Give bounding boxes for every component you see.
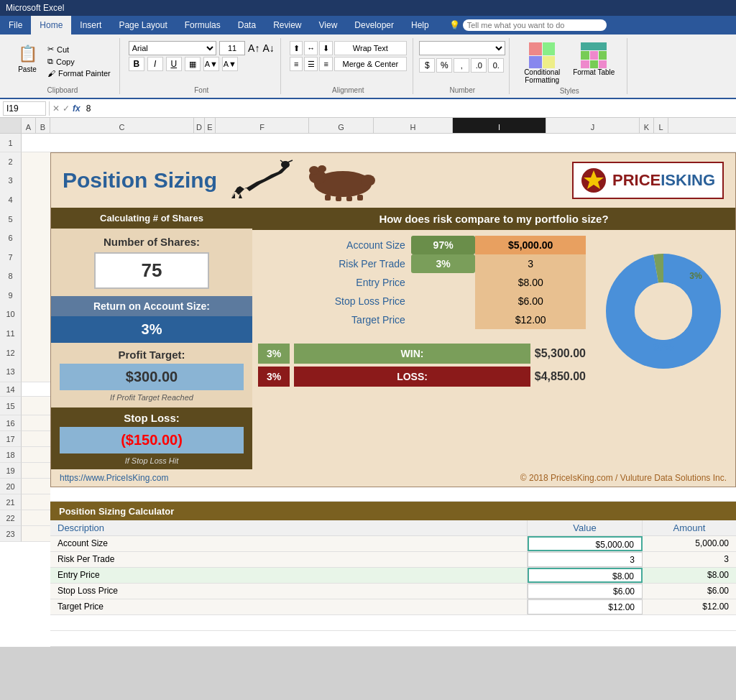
align-top-button[interactable]: ⬆ bbox=[290, 41, 303, 55]
col-amount-header: Amount bbox=[643, 520, 736, 535]
stoploss-label: Stop Loss: bbox=[60, 412, 244, 424]
col-header-h[interactable]: H bbox=[374, 118, 453, 133]
target-price-val[interactable]: $12.00 bbox=[528, 599, 643, 614]
font-size-input[interactable] bbox=[219, 41, 245, 55]
metric-row-entry: Entry Price $8.00 bbox=[258, 273, 586, 292]
row-num-18: 18 bbox=[0, 447, 22, 463]
decrease-decimal-button[interactable]: 0. bbox=[488, 58, 504, 73]
position-sizing-card: Position Sizing bbox=[50, 152, 736, 487]
copy-button[interactable]: ⧉ Copy bbox=[45, 56, 114, 67]
lightbulb-icon: 💡 bbox=[449, 20, 460, 30]
loss-label: LOSS: bbox=[294, 367, 530, 387]
dollar-format-button[interactable]: $ bbox=[419, 58, 435, 73]
tab-developer[interactable]: Developer bbox=[346, 16, 402, 34]
search-input[interactable] bbox=[463, 19, 607, 31]
cell-reference-input[interactable] bbox=[3, 101, 46, 116]
bold-button[interactable]: B bbox=[129, 57, 144, 71]
col-header-g[interactable]: G bbox=[309, 118, 374, 133]
row-23 bbox=[50, 631, 736, 647]
win-pct-badge: 3% bbox=[258, 344, 290, 364]
font-style-row: B I U ▦ A▼ A▼ bbox=[129, 57, 275, 71]
account-size-val[interactable]: $5,000.00 bbox=[528, 536, 643, 551]
border-button[interactable]: ▦ bbox=[185, 57, 201, 71]
italic-button[interactable]: I bbox=[147, 57, 163, 71]
table-row-risk: Risk Per Trade 3 3 bbox=[50, 552, 736, 568]
number-group: $ % , .0 0. Number bbox=[416, 38, 510, 94]
fill-color-button[interactable]: A▼ bbox=[203, 57, 219, 71]
increase-decimal-button[interactable]: .0 bbox=[471, 58, 487, 73]
comma-format-button[interactable]: , bbox=[454, 58, 469, 73]
cut-label: Cut bbox=[57, 45, 69, 54]
col-header-b[interactable]: B bbox=[36, 118, 50, 133]
tab-help[interactable]: Help bbox=[402, 16, 438, 34]
insert-function-icon[interactable]: fx bbox=[73, 103, 80, 114]
confirm-formula-icon[interactable]: ✓ bbox=[63, 103, 70, 114]
tab-formulas[interactable]: Formulas bbox=[176, 16, 229, 34]
format-painter-button[interactable]: 🖌 Format Painter bbox=[45, 68, 114, 78]
percent-format-button[interactable]: % bbox=[436, 58, 452, 73]
target-price-value: $12.00 bbox=[475, 310, 586, 329]
svg-point-14 bbox=[635, 282, 692, 340]
tab-file[interactable]: File bbox=[0, 16, 31, 34]
col-header-f[interactable]: F bbox=[216, 118, 309, 133]
align-center-button[interactable]: ☰ bbox=[304, 57, 318, 71]
col-header-l[interactable]: L bbox=[654, 118, 668, 133]
svg-rect-7 bbox=[336, 196, 341, 201]
return-section: Return on Account Size: bbox=[51, 296, 252, 316]
align-right-button[interactable]: ≡ bbox=[319, 57, 333, 71]
cancel-formula-icon[interactable]: ✕ bbox=[52, 103, 60, 114]
cut-button[interactable]: ✂ Cut bbox=[45, 44, 114, 55]
risk-per-trade-label: Risk Per Trade bbox=[258, 254, 411, 273]
tab-home[interactable]: Home bbox=[31, 16, 71, 34]
col-header-a[interactable]: A bbox=[22, 118, 36, 133]
stop-loss-price-value: $6.00 bbox=[475, 292, 586, 310]
align-left-button[interactable]: ≡ bbox=[290, 57, 303, 71]
wrap-text-button[interactable]: Wrap Text bbox=[334, 41, 407, 55]
footer-link[interactable]: https://www.PriceIsKing.com bbox=[60, 473, 168, 483]
tab-page-layout[interactable]: Page Layout bbox=[110, 16, 175, 34]
col-header-i[interactable]: I bbox=[453, 118, 546, 133]
account-size-amt: 5,000.00 bbox=[643, 536, 736, 551]
entry-price-val[interactable]: $8.00 bbox=[528, 568, 643, 583]
paste-icon: 📋 bbox=[16, 42, 39, 65]
return-value-box: 3% bbox=[51, 316, 252, 343]
number-format-select[interactable] bbox=[419, 41, 505, 55]
paste-button[interactable]: 📋 Paste bbox=[12, 41, 43, 75]
sheet-body: 1 2 3 4 5 6 7 8 9 10 11 12 13 14 15 16 1… bbox=[0, 134, 736, 647]
font-decrease-icon[interactable]: A↓ bbox=[262, 42, 274, 54]
col-header-k[interactable]: K bbox=[640, 118, 654, 133]
col-header-c[interactable]: C bbox=[50, 118, 194, 133]
underline-button[interactable]: U bbox=[166, 57, 182, 71]
conditional-formatting-icon bbox=[529, 42, 555, 68]
shares-value[interactable]: 75 bbox=[94, 252, 209, 289]
risk-per-trade-val[interactable]: 3 bbox=[528, 552, 643, 567]
col-header-e[interactable]: E bbox=[205, 118, 216, 133]
bottom-table-header-text: Position Sizing Calculator bbox=[59, 506, 174, 517]
align-bottom-button[interactable]: ⬇ bbox=[319, 41, 333, 55]
row-num-12: 12 bbox=[0, 349, 21, 357]
formula-input[interactable] bbox=[83, 103, 733, 114]
tab-review[interactable]: Review bbox=[264, 16, 310, 34]
font-color-button[interactable]: A▼ bbox=[222, 57, 238, 71]
svg-rect-8 bbox=[346, 196, 352, 201]
win-label: WIN: bbox=[294, 344, 530, 364]
bull-icon bbox=[224, 159, 296, 202]
format-as-table-button[interactable]: Format Table bbox=[569, 41, 619, 86]
align-middle-button[interactable]: ↔ bbox=[304, 41, 318, 55]
risk-per-trade-pct: 3% bbox=[411, 254, 476, 273]
col-header-d[interactable]: D bbox=[194, 118, 205, 133]
metric-row-stoploss: Stop Loss Price $6.00 bbox=[258, 292, 586, 310]
conditional-formatting-button[interactable]: ConditionalFormatting bbox=[520, 41, 564, 86]
stop-loss-val[interactable]: $6.00 bbox=[528, 584, 643, 599]
tab-data[interactable]: Data bbox=[229, 16, 264, 34]
row-22 bbox=[50, 615, 736, 631]
tab-insert[interactable]: Insert bbox=[71, 16, 110, 34]
font-increase-icon[interactable]: A↑ bbox=[248, 42, 259, 54]
formula-divider bbox=[49, 101, 50, 116]
loss-row: 3% LOSS: $4,850.00 bbox=[258, 367, 586, 387]
tab-view[interactable]: View bbox=[310, 16, 346, 34]
merge-center-button[interactable]: Merge & Center bbox=[334, 57, 407, 71]
col-header-j[interactable]: J bbox=[546, 118, 640, 133]
font-name-select[interactable]: Arial bbox=[129, 41, 216, 55]
target-price-pct bbox=[411, 310, 476, 329]
